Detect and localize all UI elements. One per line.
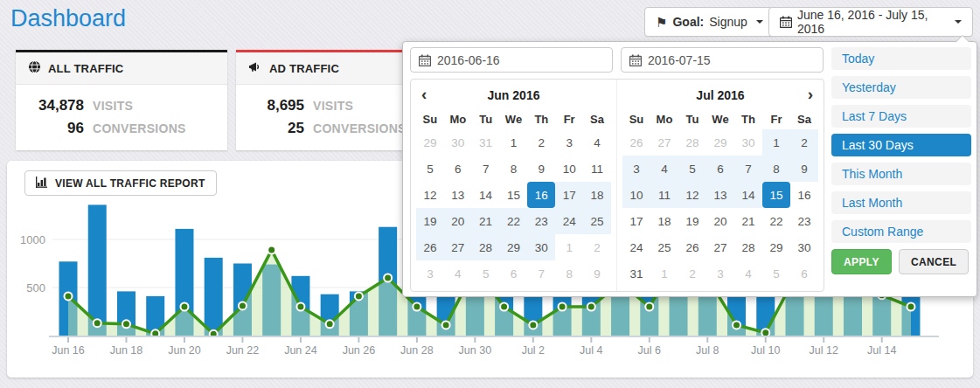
date-range-dropdown-button[interactable]: June 16, 2016 - July 15, 2016 <box>768 7 973 37</box>
day-cell[interactable]: 30 <box>527 234 555 260</box>
day-cell[interactable]: 18 <box>650 208 678 234</box>
day-cell[interactable]: 28 <box>734 234 762 260</box>
day-cell[interactable]: 30 <box>734 129 762 156</box>
day-cell[interactable]: 3 <box>706 260 734 287</box>
day-cell[interactable]: 7 <box>527 260 555 287</box>
day-cell[interactable]: 4 <box>734 260 762 287</box>
day-cell[interactable]: 31 <box>622 260 650 287</box>
apply-button[interactable]: APPLY <box>831 249 892 274</box>
day-cell[interactable]: 16 <box>790 182 818 208</box>
day-cell[interactable]: 4 <box>583 129 611 156</box>
day-cell[interactable]: 8 <box>762 156 790 182</box>
day-cell[interactable]: 6 <box>444 156 472 182</box>
day-cell[interactable]: 14 <box>472 182 500 208</box>
day-cell[interactable]: 27 <box>650 129 678 156</box>
day-cell[interactable]: 21 <box>734 208 762 234</box>
day-cell[interactable]: 15 <box>762 182 790 208</box>
day-cell[interactable]: 1 <box>762 129 790 156</box>
day-cell[interactable]: 5 <box>472 260 500 287</box>
day-cell[interactable]: 6 <box>790 260 818 287</box>
start-date-input[interactable] <box>437 53 604 67</box>
day-cell[interactable]: 10 <box>622 182 650 208</box>
day-cell[interactable]: 31 <box>472 129 500 156</box>
day-cell[interactable]: 30 <box>444 129 472 156</box>
day-cell[interactable]: 25 <box>583 208 611 234</box>
day-cell[interactable]: 8 <box>500 156 528 182</box>
day-cell[interactable]: 20 <box>444 208 472 234</box>
day-cell[interactable]: 9 <box>790 156 818 182</box>
day-cell[interactable]: 1 <box>555 234 583 260</box>
day-cell[interactable]: 11 <box>650 182 678 208</box>
day-cell[interactable]: 24 <box>555 208 583 234</box>
day-cell[interactable]: 29 <box>416 129 444 156</box>
day-cell[interactable]: 27 <box>706 234 734 260</box>
day-cell[interactable]: 1 <box>500 129 528 156</box>
day-cell[interactable]: 6 <box>500 260 528 287</box>
end-date-input[interactable] <box>648 53 815 67</box>
day-cell[interactable]: 1 <box>650 260 678 287</box>
range-item-yesterday[interactable]: Yesterday <box>831 76 971 99</box>
day-cell[interactable]: 14 <box>734 182 762 208</box>
day-cell[interactable]: 2 <box>790 129 818 156</box>
day-cell[interactable]: 26 <box>416 234 444 260</box>
day-cell[interactable]: 12 <box>678 182 706 208</box>
day-cell[interactable]: 15 <box>500 182 528 208</box>
day-cell[interactable]: 26 <box>678 234 706 260</box>
day-cell[interactable]: 26 <box>622 129 650 156</box>
range-item-today[interactable]: Today <box>831 47 971 70</box>
day-cell[interactable]: 13 <box>444 182 472 208</box>
day-cell[interactable]: 9 <box>583 260 611 287</box>
day-cell[interactable]: 10 <box>555 156 583 182</box>
day-cell[interactable]: 22 <box>500 208 528 234</box>
day-cell[interactable]: 2 <box>527 129 555 156</box>
day-cell[interactable]: 18 <box>583 182 611 208</box>
day-cell[interactable]: 27 <box>444 234 472 260</box>
cancel-button[interactable]: CANCEL <box>899 249 969 274</box>
day-cell[interactable]: 3 <box>555 129 583 156</box>
day-cell[interactable]: 13 <box>706 182 734 208</box>
day-cell[interactable]: 25 <box>650 234 678 260</box>
day-cell[interactable]: 12 <box>416 182 444 208</box>
day-cell[interactable]: 29 <box>500 234 528 260</box>
day-cell[interactable]: 7 <box>472 156 500 182</box>
day-cell[interactable]: 17 <box>622 208 650 234</box>
day-cell[interactable]: 2 <box>583 234 611 260</box>
day-cell[interactable]: 5 <box>678 156 706 182</box>
day-cell[interactable]: 24 <box>622 234 650 260</box>
day-cell[interactable]: 28 <box>678 129 706 156</box>
day-cell[interactable]: 21 <box>472 208 500 234</box>
day-cell[interactable]: 23 <box>790 208 818 234</box>
day-cell[interactable]: 22 <box>762 208 790 234</box>
view-all-traffic-report-button[interactable]: VIEW ALL TRAFFIC REPORT <box>24 170 217 196</box>
day-cell[interactable]: 28 <box>472 234 500 260</box>
goal-dropdown-button[interactable]: ⚑ Goal: Signup <box>644 7 775 37</box>
day-cell[interactable]: 29 <box>762 234 790 260</box>
day-cell[interactable]: 23 <box>527 208 555 234</box>
day-cell[interactable]: 3 <box>622 156 650 182</box>
range-item-last-30-days[interactable]: Last 30 Days <box>831 134 971 156</box>
day-cell[interactable]: 5 <box>762 260 790 287</box>
day-cell[interactable]: 11 <box>583 156 611 182</box>
day-cell[interactable]: 9 <box>527 156 555 182</box>
day-cell[interactable]: 8 <box>555 260 583 287</box>
range-item-custom-range[interactable]: Custom Range <box>831 220 971 243</box>
day-cell[interactable]: 17 <box>555 182 583 208</box>
range-item-this-month[interactable]: This Month <box>831 163 971 185</box>
day-cell[interactable]: 16 <box>527 182 555 208</box>
day-cell[interactable]: 30 <box>790 234 818 260</box>
day-cell[interactable]: 19 <box>678 208 706 234</box>
day-cell[interactable]: 20 <box>706 208 734 234</box>
day-cell[interactable]: 19 <box>416 208 444 234</box>
day-cell[interactable]: 29 <box>706 129 734 156</box>
day-cell[interactable]: 7 <box>734 156 762 182</box>
day-cell[interactable]: 3 <box>416 260 444 287</box>
day-cell[interactable]: 2 <box>678 260 706 287</box>
range-item-last-month[interactable]: Last Month <box>831 191 971 214</box>
day-cell[interactable]: 5 <box>416 156 444 182</box>
day-cell[interactable]: 4 <box>444 260 472 287</box>
range-item-last-7-days[interactable]: Last 7 Days <box>831 105 971 128</box>
next-month-icon[interactable]: › <box>803 84 818 107</box>
prev-month-icon[interactable]: ‹ <box>416 84 432 107</box>
day-cell[interactable]: 6 <box>706 156 734 182</box>
day-cell[interactable]: 4 <box>650 156 678 182</box>
